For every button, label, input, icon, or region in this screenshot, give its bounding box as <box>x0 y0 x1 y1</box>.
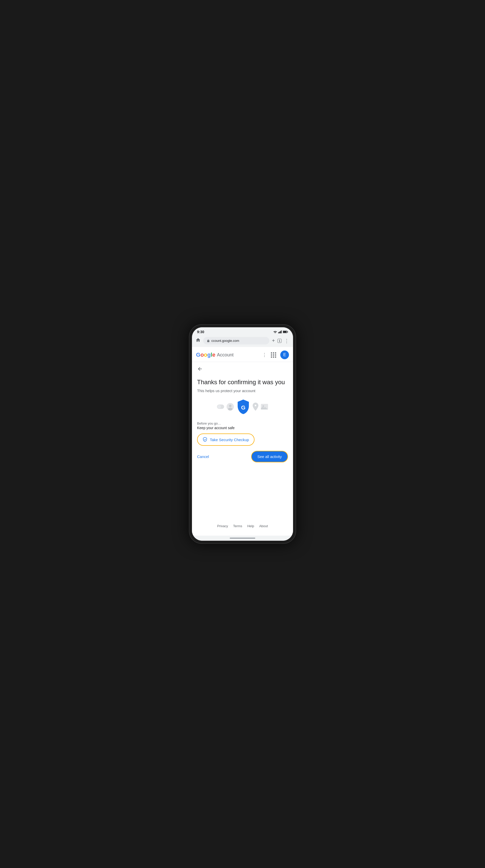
wifi-icon <box>273 330 277 333</box>
more-options-button[interactable]: ⋮ <box>262 352 267 358</box>
url-bar[interactable]: ccount.google.com <box>203 337 269 344</box>
bottom-actions: Cancel See all activity <box>197 451 288 462</box>
logo-o1: o <box>200 351 204 358</box>
cancel-button[interactable]: Cancel <box>197 453 209 461</box>
logo-g: G <box>196 351 200 358</box>
status-icons <box>273 330 288 333</box>
home-indicator <box>192 536 293 541</box>
footer-help-link[interactable]: Help <box>247 524 254 528</box>
avatar[interactable]: E <box>280 350 289 359</box>
browser-menu-button[interactable]: ⋮ <box>284 338 289 344</box>
page-subtitle: This helps us protect your account <box>197 389 288 393</box>
logo-g2: g <box>207 351 211 358</box>
main-content: Thanks for confirming it was you This he… <box>192 362 293 519</box>
profile-icon <box>226 403 234 411</box>
logo-o2: o <box>204 351 207 358</box>
svg-rect-2 <box>280 331 281 333</box>
svg-point-8 <box>218 405 221 408</box>
svg-point-11 <box>228 408 232 410</box>
security-checkup-button[interactable]: Take Security Checkup <box>197 433 255 446</box>
back-button[interactable] <box>197 366 203 373</box>
svg-rect-0 <box>278 332 279 333</box>
page-footer: Privacy Terms Help About <box>192 519 293 536</box>
svg-rect-1 <box>279 332 280 333</box>
phone-screen: 9:30 <box>192 327 293 541</box>
status-time: 9:30 <box>197 330 204 334</box>
security-checkup-label: Take Security Checkup <box>210 438 249 442</box>
signal-icon <box>278 330 282 333</box>
shield-checkup-icon <box>203 437 207 442</box>
account-label: Account <box>217 352 233 358</box>
browser-bar: ccount.google.com + 1 ⋮ <box>192 336 293 347</box>
status-bar: 9:30 <box>192 327 293 336</box>
phone-frame: 9:30 <box>189 324 296 544</box>
toggle-icon <box>217 404 224 409</box>
tabs-count-button[interactable]: 1 <box>278 339 282 343</box>
home-bar <box>230 538 255 539</box>
page-content: Google Account ⋮ E <box>192 347 293 536</box>
photo-icon <box>261 404 268 409</box>
browser-actions: + 1 ⋮ <box>272 338 289 344</box>
google-logo: Google Account <box>196 351 233 358</box>
footer-about-link[interactable]: About <box>259 524 268 528</box>
svg-rect-3 <box>281 330 282 333</box>
before-go-label: Before you go… <box>197 422 288 425</box>
svg-rect-5 <box>287 331 288 332</box>
lock-icon <box>207 339 210 343</box>
apps-grid-button[interactable] <box>271 352 276 358</box>
location-icon <box>252 403 259 411</box>
svg-rect-6 <box>283 331 287 333</box>
see-activity-button[interactable]: See all activity <box>251 451 288 462</box>
page-title: Thanks for confirming it was you <box>197 378 288 386</box>
security-icons-row: G <box>197 399 288 414</box>
account-header: Google Account ⋮ E <box>192 347 293 362</box>
keep-safe-label: Keep your account safe <box>197 426 288 430</box>
before-go-section: Before you go… Keep your account safe <box>197 422 288 430</box>
footer-terms-link[interactable]: Terms <box>233 524 242 528</box>
url-text: ccount.google.com <box>212 339 266 343</box>
footer-privacy-link[interactable]: Privacy <box>217 524 228 528</box>
svg-text:G: G <box>241 404 245 411</box>
svg-point-10 <box>229 405 231 407</box>
new-tab-button[interactable]: + <box>272 338 275 344</box>
battery-icon <box>283 330 288 333</box>
logo-e: e <box>213 351 216 358</box>
svg-point-14 <box>262 405 264 407</box>
home-button[interactable] <box>196 338 201 344</box>
header-actions: ⋮ E <box>262 350 289 359</box>
shield-g-icon: G <box>236 399 250 414</box>
